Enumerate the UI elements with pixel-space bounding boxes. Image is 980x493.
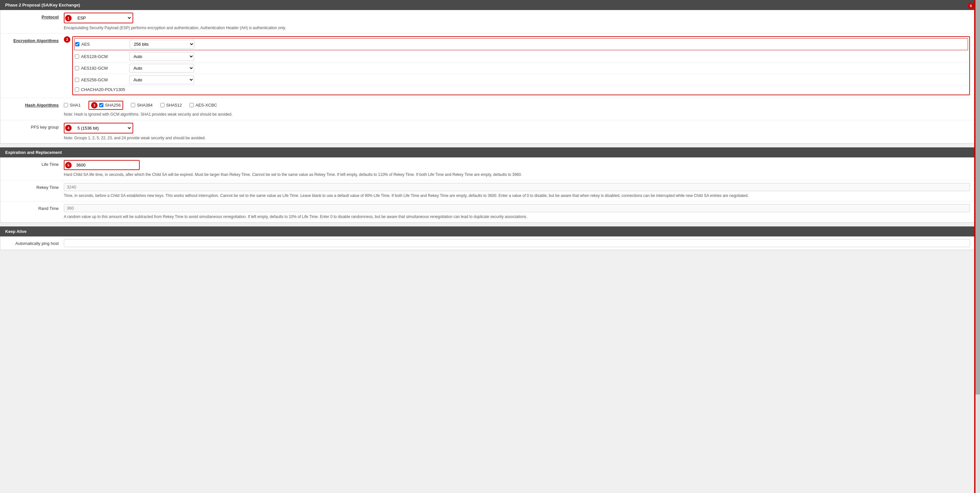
enc-row-aes128gcm: AES128-GCM Auto 128 bits — [74, 51, 968, 62]
hash-item-aesxcbc: AES-XCBC — [189, 103, 217, 108]
hash-label: Hash Algorithms — [5, 101, 64, 108]
scrollbar-track — [975, 0, 980, 493]
enc-bits-aes256gcm[interactable]: Auto 128 bits — [129, 76, 194, 84]
hash-item-sha512: SHA512 — [161, 103, 182, 108]
hash-control: SHA1 3 SHA256 SHA384 — [64, 101, 970, 117]
enc-label-aes256gcm: AES256-GCM — [75, 78, 127, 82]
ping-label: Automatically ping host — [5, 239, 64, 246]
rekey-control: Time, in seconds, before a Child SA esta… — [64, 183, 970, 198]
pfs-row: PFS key group 4 off 1 (768 bit) 2 (1024 … — [0, 120, 975, 144]
expiration-header: Expiration and Replacement — [0, 147, 975, 157]
enc-row-aes256gcm: AES256-GCM Auto 128 bits — [74, 74, 968, 86]
main-content: Phase 2 Proposal (SA/Key Exchange) Proto… — [0, 0, 975, 493]
lifetime-label: Life Time — [5, 160, 64, 167]
hash-item-sha1: SHA1 — [64, 103, 81, 108]
protocol-control: 1 ESP AH Encapsulating Security Payload … — [64, 13, 970, 31]
enc-label-chacha20: CHACHA20-POLY1305 — [75, 87, 127, 92]
enc-row-aes192gcm: AES192-GCM Auto 128 bits — [74, 62, 968, 74]
enc-checkbox-aes256gcm[interactable] — [75, 78, 79, 82]
hash-badge: 3 — [91, 102, 97, 108]
phase2-section: Protocol 1 ESP AH Encapsulating Security… — [0, 10, 975, 144]
pfs-badge: 4 — [65, 125, 72, 131]
ping-row: Automatically ping host — [0, 236, 975, 250]
enc-checkbox-aes[interactable] — [75, 42, 80, 46]
hash-item-sha384: SHA384 — [131, 103, 152, 108]
lifetime-input-wrapper: 5 — [64, 160, 140, 170]
hash-row: Hash Algorithms SHA1 3 — [0, 98, 975, 120]
rand-row: Rand Time A random value up to this amou… — [0, 201, 975, 222]
hash-checkbox-sha256[interactable] — [99, 103, 103, 107]
scrollbar-badge: 6 — [968, 3, 974, 9]
pfs-select-wrapper: 4 off 1 (768 bit) 2 (1024 bit) 5 (1536 b… — [64, 123, 133, 133]
pfs-control: 4 off 1 (768 bit) 2 (1024 bit) 5 (1536 b… — [64, 123, 970, 141]
enc-row-chacha20: CHACHA20-POLY1305 — [74, 86, 968, 93]
enc-bits-aes[interactable]: 128 bits 192 bits 256 bits — [130, 40, 194, 49]
lifetime-row: Life Time 5 Hard Child SA life time, in … — [0, 157, 975, 181]
lifetime-control: 5 Hard Child SA life time, in seconds, a… — [64, 160, 970, 178]
enc-label-aes: AES — [75, 42, 127, 47]
hash-badge-wrapper: SHA1 3 SHA256 SHA384 — [64, 101, 970, 110]
hash-checkbox-aesxcbc[interactable] — [189, 103, 194, 107]
lifetime-input[interactable] — [73, 161, 138, 169]
rand-input[interactable] — [64, 204, 970, 212]
hash-item-sha256: 3 SHA256 — [89, 101, 123, 110]
protocol-label: Protocol — [5, 13, 64, 19]
ping-control — [64, 239, 970, 247]
protocol-select-wrapper: 1 ESP AH — [64, 13, 133, 23]
enc-checkbox-chacha20[interactable] — [75, 87, 79, 92]
encryption-outer: AES 128 bits 192 bits 256 bits — [72, 36, 970, 95]
hash-checkbox-sha512[interactable] — [161, 103, 165, 107]
enc-bits-aes192gcm[interactable]: Auto 128 bits — [129, 64, 194, 73]
hash-row-inner: SHA1 3 SHA256 SHA384 — [64, 101, 217, 110]
encryption-label: Encryption Algorithms — [5, 36, 64, 43]
rand-label: Rand Time — [5, 204, 64, 211]
pfs-help: Note: Groups 1, 2, 5, 22, 23, and 24 pro… — [64, 135, 970, 141]
scrollbar-thumb[interactable] — [975, 0, 980, 395]
encryption-control: 2 AES 128 bits 192 bits — [64, 36, 970, 95]
rekey-row: Rekey Time Time, in seconds, before a Ch… — [0, 181, 975, 201]
encryption-row: Encryption Algorithms 2 AES — [0, 34, 975, 98]
page-wrapper: Phase 2 Proposal (SA/Key Exchange) Proto… — [0, 0, 980, 493]
phase2-header: Phase 2 Proposal (SA/Key Exchange) — [0, 0, 975, 10]
protocol-select[interactable]: ESP AH — [73, 14, 132, 22]
rekey-help: Time, in seconds, before a Child SA esta… — [64, 193, 970, 198]
lifetime-help: Hard Child SA life time, in seconds, aft… — [64, 172, 970, 178]
rand-control: A random value up to this amount will be… — [64, 204, 970, 220]
enc-checkbox-aes128gcm[interactable] — [75, 54, 79, 59]
lifetime-badge: 5 — [65, 162, 72, 168]
enc-checkbox-aes192gcm[interactable] — [75, 66, 79, 70]
hash-help: Note: Hash is ignored with GCM algorithm… — [64, 112, 970, 117]
enc-label-aes128gcm: AES128-GCM — [75, 54, 127, 59]
protocol-row: Protocol 1 ESP AH Encapsulating Security… — [0, 10, 975, 34]
ping-input[interactable] — [64, 239, 970, 247]
pfs-select[interactable]: off 1 (768 bit) 2 (1024 bit) 5 (1536 bit… — [73, 124, 132, 132]
keepalive-header: Keep Alive — [0, 227, 975, 236]
enc-bits-aes128gcm[interactable]: Auto 128 bits — [129, 52, 194, 61]
protocol-row-inner: 1 ESP AH — [64, 13, 970, 23]
enc-label-aes192gcm: AES192-GCM — [75, 66, 127, 71]
rand-help: A random value up to this amount will be… — [64, 214, 970, 220]
encryption-badge: 2 — [64, 36, 70, 43]
right-scrollbar[interactable]: 6 — [975, 0, 980, 493]
rekey-label: Rekey Time — [5, 183, 64, 190]
expiration-section: Life Time 5 Hard Child SA life time, in … — [0, 157, 975, 222]
hash-checkbox-sha384[interactable] — [131, 103, 135, 107]
protocol-help: Encapsulating Security Payload (ESP) per… — [64, 25, 970, 31]
rekey-input[interactable] — [64, 183, 970, 191]
enc-badge-wrapper: 2 AES 128 bits 192 bits — [64, 36, 970, 95]
hash-checkbox-sha1[interactable] — [64, 103, 68, 107]
enc-row-aes: AES 128 bits 192 bits 256 bits — [74, 38, 968, 50]
keepalive-section: Automatically ping host — [0, 236, 975, 250]
pfs-label: PFS key group — [5, 123, 64, 130]
protocol-badge: 1 — [65, 15, 72, 21]
